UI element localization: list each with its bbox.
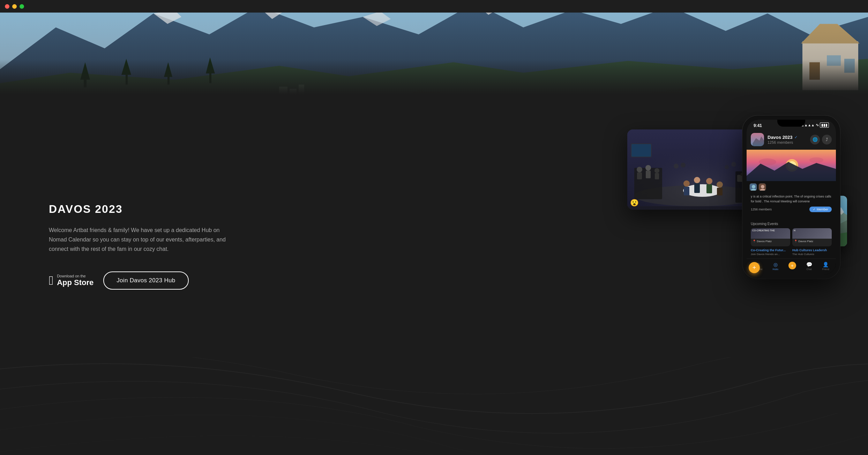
svg-rect-46 [717,188,723,195]
nav-friend-label: Friend [822,268,829,270]
hub-name: Davos 2023 [768,135,793,140]
svg-point-34 [645,165,651,171]
events-grid: CO-CREATING THE 📍 Davos Platz H 📍 Davos … [751,228,832,246]
svg-rect-40 [684,187,689,195]
chat-icon: 💬 [806,262,812,267]
apple-icon:  [49,274,53,287]
text-content: DAVOS 2023 Welcome Artbat friends & fami… [49,203,251,290]
hero-background [0,13,868,95]
phone-mockup: 9:41 ▲▲▲▲ ∿ ▮▮▮ [742,115,840,279]
event-card-1-title: CO-CREATING THE [751,228,790,233]
buttons-row:  Download on the App Store Join Davos 2… [49,271,251,290]
svg-rect-35 [646,171,651,178]
app-store-large-label: App Store [57,278,93,287]
event-card-1-image: CO-CREATING THE [751,228,790,239]
nav-hubs[interactable]: ◎ Hubs [773,262,778,270]
svg-rect-44 [706,184,712,193]
nav-add[interactable]: + [788,262,796,270]
phone-notch [777,120,805,127]
small-avatar-2 [758,183,766,191]
phone-outer: 9:41 ▲▲▲▲ ∿ ▮▮▮ [742,115,840,279]
nav-chat[interactable]: 💬 Chat [806,262,812,270]
status-icons: ▲▲▲▲ ∿ ▮▮▮ [801,122,829,128]
svg-point-39 [683,180,690,187]
hubs-icon: ◎ [773,262,778,267]
nav-chat-label: Chat [807,268,812,270]
svg-point-84 [809,157,823,163]
hub-hero-image [747,150,836,181]
verified-badge: ✓ [794,135,798,140]
svg-point-57 [674,164,679,169]
battery-icon: ▮▮▮ [820,122,829,128]
minimize-button[interactable] [12,4,17,9]
maximize-button[interactable] [20,4,24,9]
featured-event-1: Co-Creating the Futur... Join Davos frie… [751,248,790,256]
svg-point-43 [706,178,712,184]
avatar-row [747,181,836,191]
member-button[interactable]: ✓ Member [809,207,832,212]
wifi-icon: ∿ [816,123,819,127]
member-row: 1256 members ✓ Member [751,207,832,212]
featured-event-2: Hub Cultures Leadersh The Hub Cultures [792,248,832,256]
globe-button[interactable]: 🌐 [810,135,820,144]
svg-point-60 [725,165,729,169]
small-avatar-1 [749,183,757,191]
event-title: DAVOS 2023 [49,203,251,216]
app-store-small-label: Download on the [57,274,93,278]
phone-inner: 9:41 ▲▲▲▲ ∿ ▮▮▮ [747,120,836,275]
svg-point-58 [681,163,686,167]
svg-point-59 [731,162,736,167]
event-card-1-loc: 📍 Davos Platz [751,239,790,244]
svg-point-87 [752,185,755,188]
hub-description-text: y is at a critical inflection point. The… [751,194,832,204]
share-button[interactable]: ⤴ [822,135,832,144]
phone-time: 9:41 [754,122,762,128]
featured-event-2-title: Hub Cultures Leadersh [792,248,832,252]
svg-rect-54 [631,144,651,157]
hub-content: y is at a critical inflection point. The… [747,191,836,219]
featured-event-1-subtitle: Join Davos friends an... [751,253,790,256]
event-description: Welcome Artbat friends & family! We have… [49,225,237,254]
titlebar [0,0,868,13]
main-page: DAVOS 2023 Welcome Artbat friends & fami… [0,13,868,455]
hub-action-icons: 🌐 ⤴ [810,135,832,144]
svg-point-45 [717,181,723,188]
add-button-icon: + [788,262,796,269]
featured-event-2-subtitle: The Hub Cultures [792,253,832,256]
svg-rect-33 [637,172,642,179]
fab-plus-button[interactable]: + [749,262,760,273]
close-button[interactable] [5,4,9,9]
event-card-2[interactable]: H 📍 Davos Platz [792,228,832,246]
member-count: 1256 members [751,208,772,211]
hub-avatar [751,133,764,146]
friend-icon: 👤 [823,262,829,267]
hub-info: Davos 2023 ✓ 1256 members [768,135,807,144]
join-hub-button[interactable]: Join Davos 2023 Hub [103,271,188,290]
app-store-text: Download on the App Store [57,274,93,287]
phone-bottom-nav: ⊙ Timeline ◎ Hubs + 💬 Chat [747,259,836,275]
event-card-2-title: H [792,228,832,233]
hub-members-count: 1256 members [768,140,807,144]
content-section: DAVOS 2023 Welcome Artbat friends & fami… [0,95,868,455]
svg-point-36 [654,168,659,173]
app-store-button[interactable]:  Download on the App Store [49,274,93,287]
svg-point-32 [637,167,642,172]
nav-hubs-label: Hubs [773,268,778,270]
event-card-2-loc: 📍 Davos Platz [792,239,832,244]
phone-hub-header: Davos 2023 ✓ 1256 members 🌐 ⤴ [747,129,836,150]
nav-friend[interactable]: 👤 Friend [822,262,829,270]
event-card-1[interactable]: CO-CREATING THE 📍 Davos Platz [751,228,790,246]
featured-event-1-title: Co-Creating the Futur... [751,248,790,252]
avatar-emoji: 😮 [630,199,639,207]
svg-rect-42 [694,183,700,193]
svg-rect-37 [655,173,659,179]
svg-point-90 [761,185,764,188]
hero-gradient [0,60,868,95]
upcoming-section: Upcoming Events CO-CREATING THE 📍 Davos … [747,219,836,259]
featured-events-row: Co-Creating the Futur... Join Davos frie… [751,248,832,256]
hub-name-row: Davos 2023 ✓ [768,135,807,140]
svg-point-41 [694,177,700,183]
event-card-2-image: H [792,228,832,239]
upcoming-events-title: Upcoming Events [751,222,832,226]
